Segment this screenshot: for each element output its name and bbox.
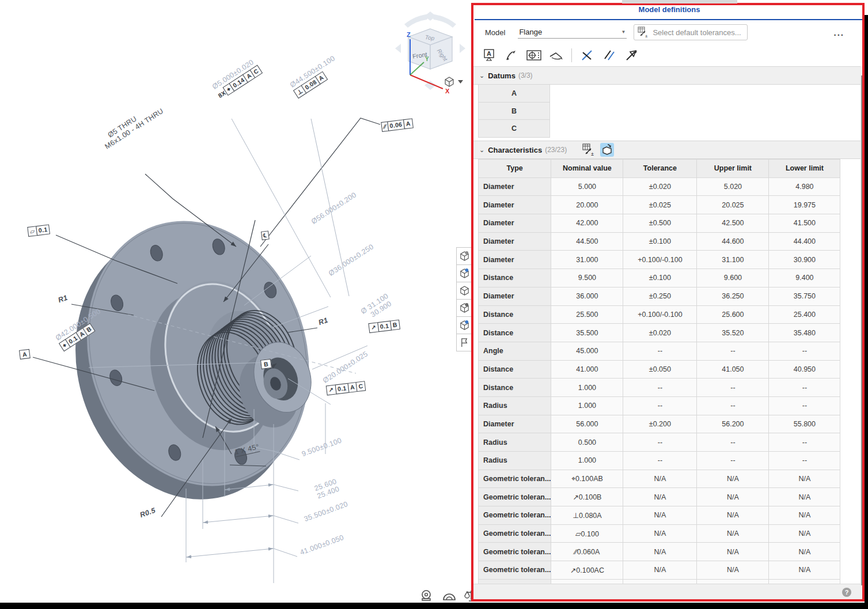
value-cell[interactable]: ±0.020: [623, 324, 697, 342]
isolate-icon[interactable]: [456, 299, 473, 317]
type-cell[interactable]: Geometric toleran...: [479, 488, 551, 506]
intersection-tool-icon[interactable]: [579, 48, 594, 63]
value-cell[interactable]: 35.520: [697, 324, 769, 342]
value-cell[interactable]: N/A: [769, 543, 840, 561]
value-cell[interactable]: --: [697, 379, 769, 397]
type-cell[interactable]: Geometric toleran...: [479, 561, 551, 580]
value-cell[interactable]: N/A: [623, 470, 697, 488]
value-cell[interactable]: 25.400: [769, 305, 840, 324]
value-cell[interactable]: ±0.100: [623, 232, 697, 251]
datums-section-header[interactable]: ⌄ Datums (3/3): [473, 66, 861, 85]
measure-angle-icon[interactable]: [442, 589, 457, 602]
value-cell[interactable]: --: [697, 396, 769, 415]
table-row[interactable]: Radius0.500------: [479, 433, 840, 452]
value-cell[interactable]: 44.500: [551, 232, 623, 251]
value-cell[interactable]: +0.100/-0.100: [623, 251, 697, 269]
table-row[interactable]: Radius1.000------: [479, 452, 840, 470]
help-icon[interactable]: ?: [842, 588, 851, 597]
value-cell[interactable]: 41.000: [551, 360, 623, 379]
table-row[interactable]: Radius1.000------: [479, 396, 840, 415]
value-cell[interactable]: 1.000: [551, 452, 623, 470]
value-cell[interactable]: --: [623, 342, 697, 360]
type-cell[interactable]: Angle: [479, 342, 551, 360]
value-cell[interactable]: N/A: [697, 524, 769, 543]
datum-cell[interactable]: B: [478, 102, 550, 120]
value-cell[interactable]: +0.100/-0.100: [623, 305, 697, 324]
value-cell[interactable]: 20.025: [697, 196, 769, 214]
table-row[interactable]: Geometric toleran...⌖0.100ABN/AN/AN/A: [479, 470, 840, 488]
value-cell[interactable]: --: [697, 433, 769, 452]
datum-tool-icon[interactable]: A: [482, 48, 496, 63]
type-cell[interactable]: Diameter: [479, 232, 551, 251]
type-cell[interactable]: Diameter: [479, 214, 551, 233]
value-cell[interactable]: ▱0.100: [551, 524, 623, 543]
type-cell[interactable]: Diameter: [479, 196, 551, 214]
table-row[interactable]: Diameter20.000±0.02520.02519.975: [479, 196, 840, 214]
type-cell[interactable]: Diameter: [479, 177, 551, 196]
value-cell[interactable]: 36.250: [697, 287, 769, 305]
table-row[interactable]: Distance1.000------: [479, 379, 840, 397]
value-cell[interactable]: N/A: [623, 543, 697, 561]
value-cell[interactable]: ±0.250: [623, 287, 697, 305]
value-cell[interactable]: 31.000: [551, 251, 623, 269]
value-cell[interactable]: 1.000: [551, 379, 623, 397]
value-cell[interactable]: --: [623, 452, 697, 470]
value-cell[interactable]: --: [623, 433, 697, 452]
column-header[interactable]: Lower limit: [769, 160, 840, 178]
value-cell[interactable]: ±0.020: [623, 177, 697, 196]
type-cell[interactable]: Distance: [479, 324, 551, 342]
value-cell[interactable]: ⌖0.100AB: [551, 470, 623, 488]
rotate-view-icon[interactable]: [456, 282, 473, 300]
value-cell[interactable]: --: [623, 379, 697, 397]
value-cell[interactable]: N/A: [769, 470, 840, 488]
value-cell[interactable]: 0.500: [551, 433, 623, 452]
value-cell[interactable]: --: [769, 452, 840, 470]
column-header[interactable]: Nominal value: [551, 160, 623, 178]
type-cell[interactable]: Geometric toleran...: [479, 470, 551, 488]
view-options-button[interactable]: [444, 76, 463, 88]
value-cell[interactable]: 44.600: [697, 232, 769, 251]
value-cell[interactable]: N/A: [697, 543, 769, 561]
characteristics-section-header[interactable]: ⌄ Characteristics (23/23) ±: [473, 141, 861, 159]
table-row[interactable]: Distance41.000±0.05041.05040.950: [479, 360, 840, 379]
column-header[interactable]: Tolerance: [623, 160, 697, 178]
type-cell[interactable]: Radius: [479, 452, 551, 470]
value-cell[interactable]: 30.900: [769, 251, 840, 269]
table-row[interactable]: Diameter31.000+0.100/-0.10031.10030.900: [479, 251, 840, 269]
type-cell[interactable]: Distance: [479, 269, 551, 288]
type-cell[interactable]: Diameter: [479, 251, 551, 269]
type-cell[interactable]: Distance: [479, 360, 551, 379]
value-cell[interactable]: 42.000: [551, 214, 623, 233]
explode-icon[interactable]: [456, 316, 473, 334]
table-row[interactable]: Diameter56.000±0.20056.20055.800: [479, 415, 840, 433]
type-cell[interactable]: Distance: [479, 379, 551, 397]
value-cell[interactable]: 35.500: [551, 324, 623, 342]
value-cell[interactable]: --: [769, 342, 840, 360]
value-cell[interactable]: N/A: [697, 488, 769, 506]
table-row[interactable]: Diameter42.000±0.50042.50041.500: [479, 214, 840, 233]
value-cell[interactable]: 25.600: [697, 305, 769, 324]
value-cell[interactable]: 56.000: [551, 415, 623, 433]
value-cell[interactable]: 41.500: [769, 214, 840, 233]
datum-cell[interactable]: C: [478, 119, 550, 138]
datum-cell[interactable]: A: [478, 84, 550, 103]
value-cell[interactable]: 40.950: [769, 360, 840, 379]
value-cell[interactable]: ±0.200: [623, 415, 697, 433]
value-cell[interactable]: ±0.100: [623, 269, 697, 288]
value-cell[interactable]: 31.100: [697, 251, 769, 269]
value-cell[interactable]: 5.000: [551, 177, 623, 196]
value-cell[interactable]: N/A: [697, 506, 769, 525]
value-cell[interactable]: ±0.500: [623, 214, 697, 233]
table-row[interactable]: Distance35.500±0.02035.52035.480: [479, 324, 840, 342]
value-cell[interactable]: ±0.025: [623, 196, 697, 214]
value-cell[interactable]: 5.020: [697, 177, 769, 196]
column-header[interactable]: Upper limit: [697, 160, 769, 178]
direction-tool-icon[interactable]: [624, 48, 639, 63]
value-cell[interactable]: N/A: [623, 524, 697, 543]
value-cell[interactable]: 4.980: [769, 177, 840, 196]
parallel-tool-icon[interactable]: [602, 48, 617, 63]
type-cell[interactable]: Diameter: [479, 415, 551, 433]
type-cell[interactable]: Geometric toleran...: [479, 524, 551, 543]
type-cell[interactable]: Radius: [479, 396, 551, 415]
value-cell[interactable]: 35.480: [769, 324, 840, 342]
